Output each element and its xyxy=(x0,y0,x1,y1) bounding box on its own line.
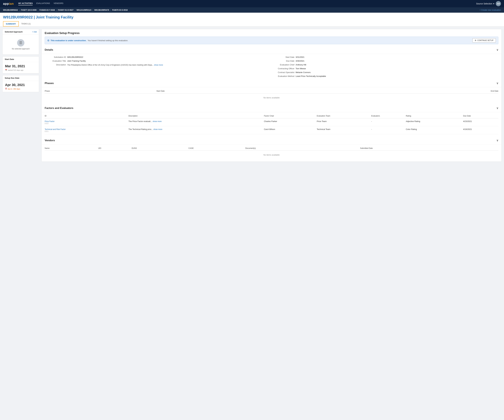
factor-2-evaluators-cell: - xyxy=(371,126,406,134)
solicitation-id-label: Solicitation ID xyxy=(45,56,66,58)
breadcrumb: W912BU09R0022 | FA5877-20-D-0009 | FA584… xyxy=(3,9,128,11)
tabs: SUMMARY TASKS (1) xyxy=(3,21,501,26)
evaluation-title-value: Joint Training Facility xyxy=(67,60,86,62)
start-date-label: Start Date xyxy=(5,58,14,60)
solicitation-id-value: W912BU09R0022 xyxy=(67,56,83,58)
factor-2-team-cell: Technical Team xyxy=(317,126,371,134)
factors-table: ID Description Factor Chair Evaluation T… xyxy=(45,114,498,134)
avatar[interactable]: AH xyxy=(496,1,501,6)
start-date-box: Mar 31, 2021 📅 started 515 days ago xyxy=(3,62,39,73)
create-new-evaluation-link[interactable]: + Create new evaluation xyxy=(480,9,501,11)
breadcrumb-item-active[interactable]: W912BU09R0022 xyxy=(3,9,18,11)
app-logo: appian xyxy=(3,2,14,6)
breadcrumb-item-5[interactable]: W813BU09R0476 xyxy=(94,9,109,11)
continue-setup-label: CONTINUE SETUP xyxy=(477,39,493,42)
breadcrumb-item-4[interactable]: W912AU09R0123 xyxy=(77,9,91,11)
banner-sub-text: You haven't finished setting up this eva… xyxy=(88,39,128,42)
setup-due-date-value: Apr 30, 2021 xyxy=(5,83,36,87)
details-title: Details xyxy=(45,48,53,51)
table-row: Price Factor 2.2.2 The Price Factor eval… xyxy=(45,118,498,126)
evaluation-title-row: Evaluation Title Joint Training Facility xyxy=(45,60,270,62)
breadcrumb-item-1[interactable]: FA5877-20-D-0009 xyxy=(21,9,36,11)
source-selection-dropdown[interactable]: Source Selection ▾ xyxy=(476,2,494,5)
factor-1-duedate-cell: 4/23/2021 xyxy=(463,118,498,126)
evaluation-title-label: Evaluation Title xyxy=(45,60,66,62)
factors-col-desc: Description xyxy=(128,114,264,118)
vendors-col-docs: Document(s) xyxy=(245,146,360,151)
vendors-col-submitted: Submitted Date xyxy=(360,146,498,151)
eval-chief-row: Evaluation Chief Anthony Hill xyxy=(273,64,498,66)
factor-1-id-cell: Price Factor 2.2.2 xyxy=(45,118,128,126)
nav-vendors[interactable]: VENDORS xyxy=(54,2,63,5)
calendar-icon: 📅 xyxy=(5,69,7,71)
evaluation-setup-card: Evaluation Setup Progress ⚙ This evaluat… xyxy=(42,29,502,162)
details-chevron[interactable]: ∨ xyxy=(496,48,498,52)
contract-specialist-value: Melanie Connors xyxy=(296,71,311,73)
approach-icon: ☰ xyxy=(17,39,24,47)
technical-risk-factor-link[interactable]: Technical and Risk Factor xyxy=(45,128,66,130)
vendors-header: Vendors ∨ xyxy=(42,137,501,144)
phases-no-items-row: No items available xyxy=(45,93,498,102)
gear-icon: ⚙ xyxy=(47,39,49,42)
start-date-value: Mar 31, 2021 xyxy=(5,64,36,68)
evaluation-setup-title: Evaluation Setup Progress xyxy=(42,29,501,35)
table-row: Technical and Risk Factor 2.2.1 The Tech… xyxy=(45,126,498,134)
phases-content: Phase Start Date End Date No items avail… xyxy=(42,89,501,104)
breadcrumb-item-6[interactable]: FA8870-03-S-0018 xyxy=(112,9,128,11)
details-section: Details ∨ Solicitation ID W912BU09R0022 … xyxy=(42,46,501,79)
factor-2-chair-cell: Carol Wilson xyxy=(264,126,317,134)
selected-approach-label: Selected Approach xyxy=(5,31,23,33)
eval-method-row: Evaluation Method Least Price Technicall… xyxy=(273,75,498,77)
due-date-label: Due Date xyxy=(273,60,294,62)
price-factor-show-more[interactable]: show more xyxy=(153,120,162,122)
phases-col-end: End Date xyxy=(334,89,498,93)
factors-col-team: Evaluation Team xyxy=(317,114,371,118)
factors-col-evaluators: Evaluators xyxy=(371,114,406,118)
details-right-col: Start Date 3/31/2021 Due Date 4/30/2021 … xyxy=(273,56,498,77)
tab-summary[interactable]: SUMMARY xyxy=(3,21,19,27)
details-header: Details ∨ xyxy=(42,46,501,54)
continue-setup-button[interactable]: ⚙ CONTINUE SETUP xyxy=(473,38,496,43)
vendors-chevron[interactable]: ∨ xyxy=(496,139,498,142)
vendors-col-name: Name xyxy=(45,146,98,151)
factors-chevron[interactable]: ∨ xyxy=(496,106,498,110)
factor-1-evaluators-cell: - xyxy=(371,118,406,126)
setup-due-date-header: Setup Due Date xyxy=(3,75,39,81)
nav-my-activities[interactable]: MY ACTIVITIES xyxy=(18,2,33,5)
factors-content: ID Description Factor Chair Evaluation T… xyxy=(42,114,501,137)
technical-factor-show-more[interactable]: show more xyxy=(153,128,162,130)
tab-tasks[interactable]: TASKS (1) xyxy=(19,21,33,27)
description-label: Description xyxy=(45,64,66,66)
solicitation-id-row: Solicitation ID W912BU09R0022 xyxy=(45,56,270,58)
phases-table: Phase Start Date End Date No items avail… xyxy=(45,89,498,102)
vendors-section: Vendors ∨ Name UEI DUNS CAGE Document(s) xyxy=(42,137,501,162)
description-show-more[interactable]: show more xyxy=(154,64,163,66)
chevron-down-icon: ▾ xyxy=(493,2,494,5)
phases-title: Phases xyxy=(45,82,54,85)
price-factor-link[interactable]: Price Factor xyxy=(45,120,54,122)
contract-specialist-label: Contract Specialist xyxy=(273,71,294,73)
phases-chevron[interactable]: ∨ xyxy=(496,82,498,85)
breadcrumb-bar: W912BU09R0022 | FA5877-20-D-0009 | FA584… xyxy=(0,7,504,13)
vendors-no-items: No items available xyxy=(45,151,498,159)
phases-col-start: Start Date xyxy=(156,89,334,93)
setup-due-date-label: Setup Due Date xyxy=(5,77,19,79)
factor-2-desc-cell: The Technical Rating prov... show more xyxy=(128,126,264,134)
main-nav: MY ACTIVITIES EVALUATIONS VENDORS xyxy=(18,2,63,5)
add-approach-button[interactable]: + Add xyxy=(32,31,37,33)
selected-approach-header: Selected Approach + Add xyxy=(3,29,39,35)
eval-method-value: Least Price Technically Acceptable xyxy=(296,75,326,77)
vendors-col-cage: CAGE xyxy=(188,146,245,151)
phases-col-phase: Phase xyxy=(45,89,156,93)
start-date-section: Start Date Mar 31, 2021 📅 started 515 da… xyxy=(2,56,39,73)
breadcrumb-item-2[interactable]: FA5845-03-Y-0026 xyxy=(40,9,55,11)
nav-evaluations[interactable]: EVALUATIONS xyxy=(36,2,50,5)
vendors-content: Name UEI DUNS CAGE Document(s) Submitted… xyxy=(42,146,501,162)
breadcrumb-item-3[interactable]: FA5007-01-D-0027 xyxy=(58,9,74,11)
vendors-title: Vendors xyxy=(45,139,55,142)
eval-chief-label: Evaluation Chief xyxy=(273,64,294,66)
start-date-detail-label: Start Date xyxy=(273,56,294,58)
technical-risk-factor-id: 2.2.1 xyxy=(45,130,128,132)
construction-banner: ⚙ This evaluation is under construction.… xyxy=(45,37,498,44)
factors-col-rating: Rating xyxy=(406,114,463,118)
